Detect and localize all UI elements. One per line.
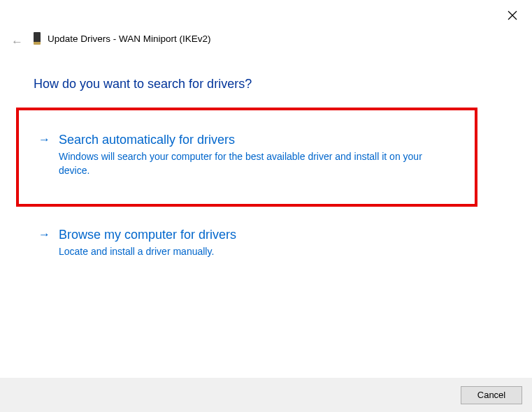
- option-content: Search automatically for drivers Windows…: [59, 131, 447, 177]
- cancel-button[interactable]: Cancel: [461, 386, 522, 404]
- option-title: Search automatically for drivers: [59, 131, 447, 148]
- footer-bar: Cancel: [0, 378, 532, 412]
- option-search-automatically[interactable]: → Search automatically for drivers Windo…: [38, 131, 458, 177]
- close-icon: [508, 10, 517, 20]
- close-button[interactable]: [505, 8, 519, 22]
- option-content: Browse my computer for drivers Locate an…: [59, 226, 236, 258]
- arrow-right-icon: →: [38, 226, 50, 243]
- option-browse-computer[interactable]: → Browse my computer for drivers Locate …: [38, 226, 458, 258]
- arrow-right-icon: →: [38, 131, 50, 148]
- device-icon: [34, 32, 41, 45]
- option-title: Browse my computer for drivers: [59, 226, 236, 243]
- back-arrow-icon[interactable]: ←: [11, 35, 23, 49]
- window-header: Update Drivers - WAN Miniport (IKEv2): [34, 32, 211, 45]
- option-description: Windows will search your computer for th…: [59, 149, 447, 177]
- option-description: Locate and install a driver manually.: [59, 244, 236, 258]
- window-title: Update Drivers - WAN Miniport (IKEv2): [48, 34, 211, 44]
- page-heading: How do you want to search for drivers?: [34, 77, 252, 91]
